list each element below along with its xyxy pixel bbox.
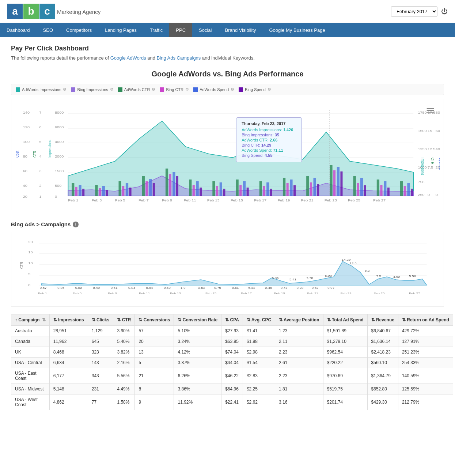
legend-adwords-ctr[interactable]: AdWords CTR ⚙ — [118, 87, 156, 92]
svg-text:2.82: 2.82 — [198, 286, 205, 290]
legend-adwords-spend[interactable]: AdWords Spend ⚙ — [193, 87, 234, 92]
svg-rect-59 — [380, 185, 382, 196]
svg-rect-32 — [95, 185, 98, 196]
table-cell-campaign: USA - West Coast — [11, 394, 50, 410]
svg-rect-33 — [118, 181, 121, 196]
svg-rect-61 — [79, 185, 81, 196]
date-selector[interactable]: February 2017 January 2017 March 2017 — [391, 6, 437, 17]
legend-bing-impressions[interactable]: Bing Impressions ⚙ — [71, 87, 113, 92]
col-total-spend[interactable]: ⇅ Total Ad Spend — [323, 314, 367, 326]
legend-settings-bing-impressions[interactable]: ⚙ — [110, 87, 114, 92]
legend-settings-adwords-impressions[interactable]: ⚙ — [63, 87, 67, 92]
svg-text:20: 20 — [28, 240, 33, 244]
nav-item-competitors[interactable]: Competitors — [60, 23, 98, 37]
legend-label-bing-ctr: Bing CTR — [166, 87, 183, 92]
svg-text:0.75: 0.75 — [214, 286, 221, 290]
svg-text:Cost: Cost — [15, 151, 19, 158]
table-cell-revenue: $1,364.79 — [367, 368, 398, 384]
svg-text:1: 1 — [39, 195, 42, 199]
info-icon[interactable]: i — [73, 222, 79, 227]
svg-rect-81 — [200, 188, 202, 196]
svg-text:6000: 6000 — [55, 125, 64, 129]
svg-rect-38 — [236, 180, 239, 196]
col-clicks[interactable]: ⇅ Clicks — [88, 314, 113, 326]
svg-text:0.49: 0.49 — [93, 286, 100, 290]
main-chart-section: Google AdWords vs. Bing Ads Performance … — [11, 70, 444, 210]
svg-text:80: 80 — [23, 155, 28, 158]
legend-bing-spend[interactable]: Bing Spend ⚙ — [239, 87, 271, 92]
table-cell-clicks: 645 — [88, 336, 113, 347]
svg-text:0: 0 — [436, 193, 438, 197]
svg-rect-54 — [263, 186, 265, 196]
bing-section-title: Bing Ads > Campaigns — [11, 221, 71, 227]
legend-label-bing-spend: Bing Spend — [245, 87, 266, 92]
table-header-row: ↑ Campaign ⇅ ⇅ Impressions ⇅ Clicks ⇅ CT… — [11, 314, 453, 326]
nav-item-google-my-business[interactable]: Google My Business Page — [263, 23, 332, 37]
svg-text:1250: 1250 — [418, 147, 427, 151]
table-cell-cpa: $22.41 — [221, 394, 243, 410]
col-avg-cpc[interactable]: ⇅ Avg. CPC — [243, 314, 275, 326]
nav-item-social[interactable]: Social — [192, 23, 218, 37]
table-cell-conv_rate: 3.37% — [174, 358, 221, 368]
nav-item-brand-visibility[interactable]: Brand Visibility — [218, 23, 262, 37]
table-cell-avg_cpc: $2.25 — [243, 384, 275, 394]
table-cell-avg_cpc: $1.98 — [243, 336, 275, 347]
svg-rect-44 — [377, 180, 379, 196]
svg-text:Feb 25: Feb 25 — [374, 292, 384, 295]
svg-rect-75 — [407, 183, 410, 196]
svg-rect-85 — [293, 185, 296, 196]
col-avg-pos[interactable]: ⇅ Average Position — [275, 314, 323, 326]
main-chart-svg: 140 120 100 80 60 40 20 Cost 7 6 5 4 3 2… — [15, 103, 440, 205]
bing-link[interactable]: Bing Ads Campaigns — [157, 55, 201, 61]
nav-item-seo[interactable]: SEO — [37, 23, 60, 37]
svg-text:120: 120 — [23, 125, 30, 129]
col-ctr[interactable]: ⇅ CTR — [113, 314, 135, 326]
svg-text:Feb 13: Feb 13 — [170, 292, 181, 295]
adwords-link[interactable]: Google AdWords — [110, 55, 146, 61]
logo-b-letter: b — [23, 4, 39, 19]
svg-text:40: 40 — [23, 184, 28, 188]
col-campaign[interactable]: ↑ Campaign ⇅ — [11, 314, 50, 326]
col-cpa[interactable]: ⇅ CPA — [221, 314, 243, 326]
col-impressions[interactable]: ⇅ Impressions — [49, 314, 88, 326]
nav-item-landing-pages[interactable]: Landing Pages — [98, 23, 143, 37]
svg-text:1500: 1500 — [55, 169, 64, 173]
svg-text:Feb 21: Feb 21 — [301, 199, 314, 202]
svg-rect-37 — [212, 181, 215, 196]
col-conv-rate[interactable]: ⇅ Conversion Rate — [174, 314, 221, 326]
table-row: USA - Midwest5,1482314.49%83.86%$64.96$2… — [11, 384, 453, 394]
legend-bing-ctr[interactable]: Bing CTR ⚙ — [160, 87, 189, 92]
table-cell-avg_pos: 2.11 — [275, 336, 323, 347]
nav-item-ppc[interactable]: PPC — [169, 23, 192, 37]
svg-text:1500: 1500 — [418, 129, 427, 133]
table-cell-roas: 212.79% — [398, 394, 453, 410]
legend-settings-adwords-ctr[interactable]: ⚙ — [152, 87, 155, 92]
svg-text:0.51: 0.51 — [111, 286, 118, 290]
svg-text:15: 15 — [428, 129, 432, 133]
svg-rect-49 — [145, 181, 148, 196]
svg-text:CTR: CTR — [33, 151, 37, 158]
nav-item-dashboard[interactable]: Dashboard — [0, 23, 37, 37]
power-icon[interactable]: ⏻ — [441, 8, 448, 15]
col-revenue[interactable]: ⇅ Revenue — [367, 314, 398, 326]
col-conversions[interactable]: ⇅ Conversions — [135, 314, 174, 326]
svg-text:0.69: 0.69 — [164, 286, 171, 290]
table-cell-campaign: UK — [11, 347, 50, 358]
legend-settings-adwords-spend[interactable]: ⚙ — [231, 87, 234, 92]
svg-rect-76 — [82, 189, 84, 196]
table-cell-avg_cpc: $1.54 — [243, 358, 275, 368]
legend-settings-bing-ctr[interactable]: ⚙ — [185, 87, 189, 92]
legend-adwords-impressions[interactable]: AdWords Impressions ⚙ — [16, 87, 67, 92]
table-cell-revenue: $1,636.14 — [367, 336, 398, 347]
table-cell-cpa: $74.04 — [221, 347, 243, 358]
svg-text:140: 140 — [23, 111, 30, 114]
nav-item-traffic[interactable]: Traffic — [143, 23, 169, 37]
svg-text:7: 7 — [39, 111, 42, 114]
table-cell-campaign: USA - East Coast — [11, 368, 50, 384]
svg-rect-125 — [427, 110, 434, 111]
col-roas[interactable]: ⇅ Return on Ad Spend — [398, 314, 453, 326]
svg-rect-78 — [129, 188, 132, 196]
svg-rect-79 — [153, 183, 155, 196]
legend-settings-bing-spend[interactable]: ⚙ — [268, 87, 271, 92]
chart-legend: AdWords Impressions ⚙ Bing Impressions ⚙… — [11, 84, 444, 95]
